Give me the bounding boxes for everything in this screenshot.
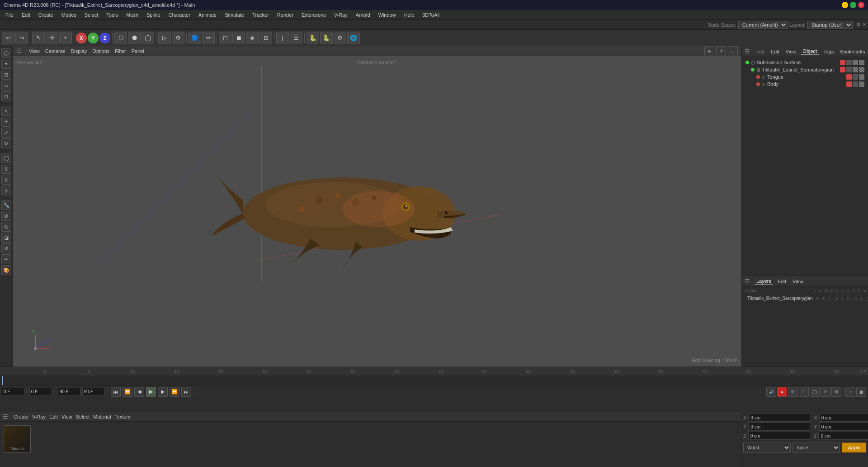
coord-y-pos[interactable] <box>748 423 810 431</box>
tool-scale[interactable]: ⤢ <box>1 128 11 138</box>
coord-x-pos[interactable] <box>748 414 810 422</box>
menu-3dtoall[interactable]: 3DToAll <box>419 11 443 19</box>
mode-btn2[interactable]: ⬢ <box>128 32 141 44</box>
menu-select[interactable]: Select <box>81 11 102 19</box>
deform-btn2[interactable]: ◼ <box>232 32 245 44</box>
tl-btn4[interactable]: □ <box>799 387 809 397</box>
menu-modes[interactable]: Modes <box>58 11 80 19</box>
x-axis-btn[interactable]: X <box>76 33 87 43</box>
mat-tab-edit[interactable]: Edit <box>49 414 58 419</box>
scale-dropdown[interactable]: Scale <box>793 443 840 453</box>
mat-tab-view[interactable]: View <box>61 414 72 419</box>
material-swatch-tiktaalik[interactable]: Tiktaalik <box>4 425 31 453</box>
deform-btn3[interactable]: ◈ <box>246 32 259 44</box>
vp-ctrl3[interactable]: □ <box>728 46 738 56</box>
tl-btn5[interactable]: ◯ <box>810 387 820 397</box>
view-btn2[interactable]: ☰ <box>290 32 302 44</box>
menu-mesh[interactable]: Mesh <box>123 11 142 19</box>
play-btn[interactable]: ▶ <box>146 387 156 397</box>
tool-s2[interactable]: $ <box>1 164 11 174</box>
next-key-btn[interactable]: ⏩ <box>170 387 179 397</box>
vp-menu-panel[interactable]: Panel <box>132 48 144 54</box>
tool-paint[interactable]: 🔧 <box>1 200 11 210</box>
menu-extensions[interactable]: Extensions <box>298 11 330 19</box>
prev-frame-btn[interactable]: ◀ <box>134 387 144 397</box>
obj-tongue[interactable]: ⊹ Tongue <box>744 73 866 81</box>
obj-body[interactable]: ⊹ Body <box>744 81 866 88</box>
menu-create[interactable]: Create <box>35 11 57 19</box>
menu-animate[interactable]: Animate <box>195 11 220 19</box>
frame-input[interactable]: 0 F <box>29 388 52 396</box>
obj-tiktaalik-group[interactable]: ⊞ Tiktaalik_Extinct_Sarcopterygian <box>744 66 866 73</box>
menu-vray[interactable]: V-Ray <box>330 11 351 19</box>
tool-pen[interactable]: ✏ <box>1 254 11 264</box>
mat-tab-texture[interactable]: Texture <box>114 414 131 419</box>
maximize-button[interactable]: □ <box>850 2 856 8</box>
coord-z-pos[interactable] <box>748 432 810 440</box>
menu-spline[interactable]: Spline <box>143 11 164 19</box>
prev-key-btn[interactable]: ⏪ <box>123 387 132 397</box>
deform-btn4[interactable]: ⊞ <box>259 32 272 44</box>
menu-render[interactable]: Render <box>274 11 297 19</box>
point-btn[interactable]: ⊡ <box>1 91 11 101</box>
apply-button[interactable]: Apply <box>842 443 866 453</box>
mat-tab-select[interactable]: Select <box>76 414 90 419</box>
obj-subdivision-surface[interactable]: ⬡ Subdivision Surface <box>744 59 866 66</box>
tl-btn8[interactable]: ↑ <box>845 387 855 397</box>
tool-rotate[interactable]: ↻ <box>1 138 11 148</box>
web-btn[interactable]: 🌐 <box>347 32 360 44</box>
vp-menu-display[interactable]: Display <box>71 48 87 54</box>
poly-btn[interactable]: ⊞ <box>1 70 11 80</box>
mat-tab-create[interactable]: Create <box>14 414 28 419</box>
material-menu-icon[interactable]: ☰ <box>3 413 8 420</box>
tl-btn6[interactable]: P <box>821 387 830 397</box>
select-tool[interactable]: ↖ <box>32 32 45 44</box>
tool-s3[interactable]: $ <box>1 175 11 185</box>
vp-ctrl1[interactable]: ⊕ <box>704 46 714 56</box>
tl-btn3[interactable]: ⊞ <box>788 387 798 397</box>
timeline-track[interactable] <box>0 376 868 385</box>
mat-tab-vray[interactable]: V-Ray <box>32 414 46 419</box>
world-dropdown[interactable]: World <box>743 443 791 453</box>
object-panel-menu[interactable]: ☰ <box>745 48 750 55</box>
menu-simulate[interactable]: Simulate <box>221 11 248 19</box>
view-btn1[interactable]: | <box>276 32 289 44</box>
coord-z-rot[interactable] <box>818 432 868 440</box>
viewport-menu-icon[interactable]: ☰ <box>16 48 22 54</box>
tool-knife[interactable]: ⊘ <box>1 211 11 221</box>
tool-select[interactable]: ↖ <box>1 106 11 116</box>
viewport[interactable]: ☰ View Cameras Display Options Filter Pa… <box>13 46 741 367</box>
tl-btn7[interactable]: ⊞ <box>831 387 841 397</box>
surface-btn[interactable]: ✦ <box>1 59 11 69</box>
menu-character[interactable]: Character <box>165 11 194 19</box>
layers-tab-view[interactable]: View <box>791 279 805 284</box>
panel-tab-file[interactable]: File <box>755 49 766 54</box>
next-frame-btn[interactable]: ▶ <box>158 387 168 397</box>
mode-btn3[interactable]: ◯ <box>142 32 154 44</box>
layers-tab-edit[interactable]: Edit <box>776 279 788 284</box>
undo-btn[interactable]: ↩ <box>2 32 14 44</box>
render-btn2[interactable]: ⚙ <box>172 32 184 44</box>
panel-tab-object[interactable]: Object <box>801 48 819 55</box>
close-button[interactable]: × <box>858 2 864 8</box>
snap-btn[interactable]: 🔵 <box>189 32 201 44</box>
paint-btn[interactable]: ✏ <box>202 32 215 44</box>
deform-btn1[interactable]: ◻ <box>219 32 231 44</box>
panel-tab-bookmarks[interactable]: Bookmarks <box>838 49 867 54</box>
viewport-canvas[interactable]: Perspective Default Camera:* Grid Spacin… <box>13 56 741 367</box>
model-mode-btn[interactable]: ⬡ <box>1 48 11 58</box>
vp-menu-options[interactable]: Options <box>92 48 109 54</box>
tl-btn1[interactable]: 🔊 <box>766 387 776 397</box>
menu-file[interactable]: File <box>2 11 17 19</box>
record-btn[interactable]: ● <box>777 387 787 397</box>
move-tool[interactable]: ✛ <box>46 32 58 44</box>
vp-ctrl2[interactable]: ↺ <box>716 46 726 56</box>
coord-x-rot[interactable] <box>819 414 868 422</box>
tool-loop[interactable]: ↺ <box>1 243 11 253</box>
vp-menu-view[interactable]: View <box>29 48 40 54</box>
tool-color[interactable]: 🎨 <box>1 265 11 275</box>
menu-help[interactable]: Help <box>401 11 418 19</box>
layout-icons[interactable]: ⚙ ✕ <box>856 22 866 28</box>
panel-tab-view[interactable]: View <box>784 49 798 54</box>
edge-btn[interactable]: ▱ <box>1 81 11 91</box>
